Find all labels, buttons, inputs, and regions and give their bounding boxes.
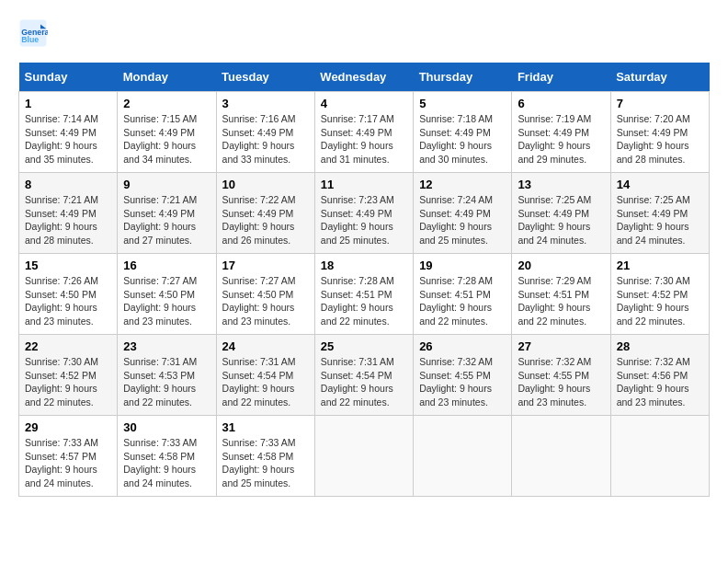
day-number: 16 — [123, 259, 210, 272]
calendar-day-cell: 5 Sunrise: 7:18 AM Sunset: 4:49 PM Dayli… — [414, 92, 512, 173]
calendar-week-1: 1 Sunrise: 7:14 AM Sunset: 4:49 PM Dayli… — [19, 92, 710, 173]
day-info: Sunrise: 7:24 AM Sunset: 4:49 PM Dayligh… — [419, 193, 506, 247]
day-number: 20 — [518, 259, 604, 272]
day-number: 23 — [123, 339, 210, 353]
calendar-day-cell: 14 Sunrise: 7:25 AM Sunset: 4:49 PM Dayl… — [610, 173, 709, 254]
calendar-day-cell: 24 Sunrise: 7:31 AM Sunset: 4:54 PM Dayl… — [216, 335, 314, 416]
day-info: Sunrise: 7:17 AM Sunset: 4:49 PM Dayligh… — [321, 112, 407, 167]
day-info: Sunrise: 7:23 AM Sunset: 4:49 PM Dayligh… — [321, 193, 407, 247]
weekday-header-row: SundayMondayTuesdayWednesdayThursdayFrid… — [19, 63, 710, 92]
day-number: 14 — [617, 178, 703, 191]
day-number: 8 — [25, 178, 111, 191]
calendar-day-cell: 26 Sunrise: 7:32 AM Sunset: 4:55 PM Dayl… — [414, 335, 512, 416]
day-info: Sunrise: 7:16 AM Sunset: 4:49 PM Dayligh… — [222, 112, 309, 167]
calendar-day-cell: 21 Sunrise: 7:30 AM Sunset: 4:52 PM Dayl… — [610, 254, 709, 335]
calendar-day-cell: 19 Sunrise: 7:28 AM Sunset: 4:51 PM Dayl… — [414, 254, 512, 335]
calendar-day-cell: 13 Sunrise: 7:25 AM Sunset: 4:49 PM Dayl… — [512, 173, 610, 254]
day-info: Sunrise: 7:27 AM Sunset: 4:50 PM Dayligh… — [123, 274, 210, 328]
day-number: 25 — [321, 339, 407, 353]
calendar-day-cell: 4 Sunrise: 7:17 AM Sunset: 4:49 PM Dayli… — [314, 92, 413, 173]
day-info: Sunrise: 7:31 AM Sunset: 4:54 PM Dayligh… — [222, 355, 309, 409]
day-info: Sunrise: 7:32 AM Sunset: 4:55 PM Dayligh… — [419, 355, 506, 409]
day-number: 19 — [419, 259, 506, 272]
calendar-day-cell: 11 Sunrise: 7:23 AM Sunset: 4:49 PM Dayl… — [314, 173, 413, 254]
calendar-day-cell: 25 Sunrise: 7:31 AM Sunset: 4:54 PM Dayl… — [314, 335, 413, 416]
calendar-week-4: 22 Sunrise: 7:30 AM Sunset: 4:52 PM Dayl… — [19, 335, 710, 416]
day-info: Sunrise: 7:32 AM Sunset: 4:55 PM Dayligh… — [518, 355, 604, 409]
day-number: 18 — [321, 259, 407, 272]
day-info: Sunrise: 7:21 AM Sunset: 4:49 PM Dayligh… — [25, 193, 111, 247]
calendar-day-cell: 29 Sunrise: 7:33 AM Sunset: 4:57 PM Dayl… — [19, 416, 118, 497]
calendar-day-cell: 27 Sunrise: 7:32 AM Sunset: 4:55 PM Dayl… — [512, 335, 610, 416]
calendar-day-cell: 31 Sunrise: 7:33 AM Sunset: 4:58 PM Dayl… — [216, 416, 314, 497]
calendar-day-cell: 20 Sunrise: 7:29 AM Sunset: 4:51 PM Dayl… — [512, 254, 610, 335]
weekday-header-friday: Friday — [512, 63, 610, 92]
day-info: Sunrise: 7:29 AM Sunset: 4:51 PM Dayligh… — [518, 274, 604, 328]
weekday-header-thursday: Thursday — [414, 63, 512, 92]
day-number: 3 — [222, 97, 309, 110]
day-info: Sunrise: 7:30 AM Sunset: 4:52 PM Dayligh… — [25, 355, 111, 409]
day-info: Sunrise: 7:31 AM Sunset: 4:54 PM Dayligh… — [321, 355, 407, 409]
calendar-day-cell — [610, 416, 709, 497]
logo: General Blue — [18, 18, 51, 48]
day-number: 27 — [518, 339, 604, 353]
day-info: Sunrise: 7:28 AM Sunset: 4:51 PM Dayligh… — [321, 274, 407, 328]
calendar-day-cell: 12 Sunrise: 7:24 AM Sunset: 4:49 PM Dayl… — [414, 173, 512, 254]
calendar-week-2: 8 Sunrise: 7:21 AM Sunset: 4:49 PM Dayli… — [19, 173, 710, 254]
weekday-header-monday: Monday — [118, 63, 216, 92]
calendar-day-cell: 1 Sunrise: 7:14 AM Sunset: 4:49 PM Dayli… — [19, 92, 118, 173]
calendar-day-cell: 7 Sunrise: 7:20 AM Sunset: 4:49 PM Dayli… — [610, 92, 709, 173]
day-number: 15 — [25, 259, 111, 272]
day-info: Sunrise: 7:33 AM Sunset: 4:58 PM Dayligh… — [123, 436, 210, 490]
day-info: Sunrise: 7:22 AM Sunset: 4:49 PM Dayligh… — [222, 193, 309, 247]
day-info: Sunrise: 7:30 AM Sunset: 4:52 PM Dayligh… — [617, 274, 703, 328]
day-number: 1 — [25, 97, 111, 110]
calendar-day-cell — [414, 416, 512, 497]
svg-text:Blue: Blue — [21, 35, 39, 44]
day-info: Sunrise: 7:27 AM Sunset: 4:50 PM Dayligh… — [222, 274, 309, 328]
calendar-day-cell: 23 Sunrise: 7:31 AM Sunset: 4:53 PM Dayl… — [118, 335, 216, 416]
day-number: 13 — [518, 178, 604, 191]
day-number: 5 — [419, 97, 506, 110]
calendar-day-cell: 18 Sunrise: 7:28 AM Sunset: 4:51 PM Dayl… — [314, 254, 413, 335]
logo-icon: General Blue — [18, 18, 48, 48]
day-info: Sunrise: 7:20 AM Sunset: 4:49 PM Dayligh… — [617, 112, 703, 167]
day-info: Sunrise: 7:28 AM Sunset: 4:51 PM Dayligh… — [419, 274, 506, 328]
calendar-week-3: 15 Sunrise: 7:26 AM Sunset: 4:50 PM Dayl… — [19, 254, 710, 335]
day-number: 2 — [123, 97, 210, 110]
calendar-day-cell: 8 Sunrise: 7:21 AM Sunset: 4:49 PM Dayli… — [19, 173, 118, 254]
calendar-table: SundayMondayTuesdayWednesdayThursdayFrid… — [18, 63, 710, 497]
day-number: 17 — [222, 259, 309, 272]
weekday-header-tuesday: Tuesday — [216, 63, 314, 92]
day-number: 12 — [419, 178, 506, 191]
day-number: 24 — [222, 339, 309, 353]
calendar-day-cell: 22 Sunrise: 7:30 AM Sunset: 4:52 PM Dayl… — [19, 335, 118, 416]
day-info: Sunrise: 7:32 AM Sunset: 4:56 PM Dayligh… — [617, 355, 703, 409]
day-info: Sunrise: 7:18 AM Sunset: 4:49 PM Dayligh… — [419, 112, 506, 167]
day-info: Sunrise: 7:31 AM Sunset: 4:53 PM Dayligh… — [123, 355, 210, 409]
day-info: Sunrise: 7:25 AM Sunset: 4:49 PM Dayligh… — [617, 193, 703, 247]
day-info: Sunrise: 7:14 AM Sunset: 4:49 PM Dayligh… — [25, 112, 111, 167]
day-number: 29 — [25, 420, 111, 434]
weekday-header-wednesday: Wednesday — [314, 63, 413, 92]
day-number: 28 — [617, 339, 703, 353]
day-number: 22 — [25, 339, 111, 353]
calendar-day-cell: 2 Sunrise: 7:15 AM Sunset: 4:49 PM Dayli… — [118, 92, 216, 173]
day-info: Sunrise: 7:33 AM Sunset: 4:58 PM Dayligh… — [222, 436, 309, 490]
day-number: 9 — [123, 178, 210, 191]
day-number: 10 — [222, 178, 309, 191]
calendar-day-cell — [314, 416, 413, 497]
weekday-header-saturday: Saturday — [610, 63, 709, 92]
calendar-day-cell: 3 Sunrise: 7:16 AM Sunset: 4:49 PM Dayli… — [216, 92, 314, 173]
day-info: Sunrise: 7:19 AM Sunset: 4:49 PM Dayligh… — [518, 112, 604, 167]
day-number: 11 — [321, 178, 407, 191]
day-number: 7 — [617, 97, 703, 110]
calendar-day-cell: 10 Sunrise: 7:22 AM Sunset: 4:49 PM Dayl… — [216, 173, 314, 254]
calendar-day-cell: 9 Sunrise: 7:21 AM Sunset: 4:49 PM Dayli… — [118, 173, 216, 254]
calendar-day-cell: 28 Sunrise: 7:32 AM Sunset: 4:56 PM Dayl… — [610, 335, 709, 416]
calendar-week-5: 29 Sunrise: 7:33 AM Sunset: 4:57 PM Dayl… — [19, 416, 710, 497]
calendar-day-cell — [512, 416, 610, 497]
day-number: 4 — [321, 97, 407, 110]
day-info: Sunrise: 7:33 AM Sunset: 4:57 PM Dayligh… — [25, 436, 111, 490]
calendar-day-cell: 30 Sunrise: 7:33 AM Sunset: 4:58 PM Dayl… — [118, 416, 216, 497]
